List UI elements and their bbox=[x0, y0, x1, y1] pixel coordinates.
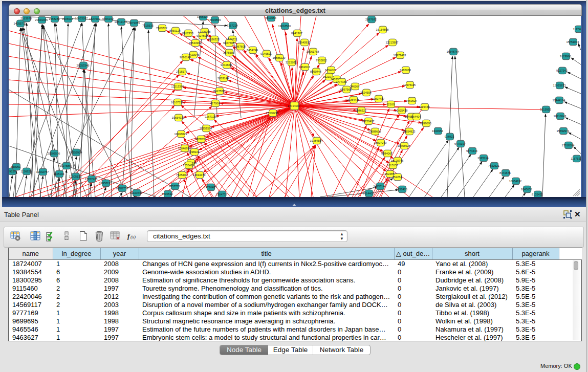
svg-text:938923: 938923 bbox=[445, 135, 454, 138]
svg-text:9084067: 9084067 bbox=[381, 152, 393, 155]
svg-text:1615152: 1615152 bbox=[387, 164, 398, 167]
svg-text:1065327: 1065327 bbox=[197, 16, 208, 18]
svg-text:16210643: 16210643 bbox=[554, 115, 567, 118]
svg-text:12942757: 12942757 bbox=[36, 170, 49, 173]
svg-text:1167531: 1167531 bbox=[571, 157, 581, 160]
svg-text:8427552: 8427552 bbox=[213, 90, 225, 93]
svg-text:9114401: 9114401 bbox=[363, 192, 374, 195]
svg-text:15640910: 15640910 bbox=[298, 41, 311, 44]
svg-text:9327508: 9327508 bbox=[223, 41, 234, 45]
svg-text:17957225: 17957225 bbox=[85, 178, 98, 181]
svg-text:17016504: 17016504 bbox=[562, 144, 575, 147]
svg-text:10958117: 10958117 bbox=[99, 182, 112, 185]
svg-text:12444194: 12444194 bbox=[553, 99, 565, 102]
svg-text:1958281: 1958281 bbox=[49, 17, 60, 20]
svg-text:10719155: 10719155 bbox=[115, 20, 127, 24]
svg-text:2867608: 2867608 bbox=[234, 45, 246, 48]
svg-text:9146821: 9146821 bbox=[260, 52, 272, 55]
svg-text:8186323: 8186323 bbox=[208, 38, 220, 41]
svg-text:7625402: 7625402 bbox=[176, 173, 187, 177]
svg-text:1145194: 1145194 bbox=[53, 172, 64, 176]
svg-text:10654112: 10654112 bbox=[509, 180, 521, 183]
svg-text:(x): (x) bbox=[130, 234, 136, 239]
svg-text:6497568: 6497568 bbox=[340, 88, 352, 91]
svg-text:8912958: 8912958 bbox=[182, 32, 193, 35]
svg-text:9857771: 9857771 bbox=[169, 185, 180, 188]
svg-text:12213389: 12213389 bbox=[171, 85, 184, 88]
svg-text:858061: 858061 bbox=[11, 165, 21, 168]
svg-text:3215953: 3215953 bbox=[540, 108, 551, 111]
svg-text:7955812: 7955812 bbox=[316, 59, 327, 62]
svg-text:16782759: 16782759 bbox=[116, 187, 128, 190]
svg-text:1362615: 1362615 bbox=[299, 65, 310, 69]
svg-text:20691406: 20691406 bbox=[35, 18, 48, 21]
svg-text:3624554: 3624554 bbox=[360, 91, 372, 94]
svg-text:7485063: 7485063 bbox=[400, 69, 411, 72]
svg-text:16543382: 16543382 bbox=[189, 41, 202, 45]
svg-text:1198222: 1198222 bbox=[188, 150, 199, 154]
svg-text:10807487: 10807487 bbox=[372, 97, 385, 100]
svg-text:1640954: 1640954 bbox=[432, 129, 443, 133]
svg-text:9129966: 9129966 bbox=[560, 55, 571, 58]
svg-text:11923445: 11923445 bbox=[130, 191, 142, 194]
svg-text:14914479: 14914479 bbox=[193, 173, 206, 177]
svg-text:9474444: 9474444 bbox=[466, 149, 477, 152]
svg-text:10973493: 10973493 bbox=[394, 54, 406, 57]
svg-text:2803144: 2803144 bbox=[217, 77, 229, 80]
svg-text:19716485: 19716485 bbox=[204, 186, 217, 189]
svg-text:10046766: 10046766 bbox=[178, 147, 191, 150]
svg-text:18807249: 18807249 bbox=[374, 141, 387, 144]
svg-text:90975887: 90975887 bbox=[60, 164, 73, 167]
svg-text:15692971: 15692971 bbox=[557, 129, 570, 133]
svg-text:2935114: 2935114 bbox=[477, 157, 488, 160]
svg-text:417006: 417006 bbox=[210, 102, 220, 105]
svg-text:6794028: 6794028 bbox=[325, 69, 336, 72]
svg-text:19166829: 19166829 bbox=[175, 133, 187, 136]
svg-text:8960124: 8960124 bbox=[169, 29, 181, 32]
svg-text:9227342: 9227342 bbox=[556, 69, 568, 72]
svg-text:12505135: 12505135 bbox=[69, 175, 82, 178]
svg-text:16107553: 16107553 bbox=[171, 101, 184, 104]
svg-text:3875685: 3875685 bbox=[223, 51, 234, 54]
svg-text:6479197: 6479197 bbox=[454, 142, 466, 145]
svg-text:14055712: 14055712 bbox=[14, 22, 27, 25]
svg-text:7515536: 7515536 bbox=[142, 24, 154, 27]
svg-text:9242848: 9242848 bbox=[221, 63, 232, 67]
svg-text:3222031: 3222031 bbox=[286, 61, 297, 64]
svg-text:15751074: 15751074 bbox=[567, 40, 579, 43]
svg-text:1733426: 1733426 bbox=[396, 188, 407, 191]
svg-text:16671355: 16671355 bbox=[127, 21, 140, 25]
svg-text:7632621: 7632621 bbox=[488, 164, 499, 167]
svg-text:1904733: 1904733 bbox=[216, 193, 227, 196]
svg-text:9327503: 9327503 bbox=[197, 34, 208, 37]
svg-text:9605916: 9605916 bbox=[62, 17, 73, 20]
svg-text:16033809: 16033809 bbox=[208, 18, 221, 21]
svg-text:12213987: 12213987 bbox=[386, 41, 399, 44]
svg-text:3267130: 3267130 bbox=[205, 115, 216, 118]
svg-text:8105421: 8105421 bbox=[532, 193, 543, 196]
svg-text:14136141: 14136141 bbox=[374, 185, 386, 188]
svg-text:9777169: 9777169 bbox=[336, 80, 347, 83]
svg-text:62160: 62160 bbox=[386, 103, 395, 106]
svg-text:8813054: 8813054 bbox=[265, 16, 276, 19]
svg-text:2087682: 2087682 bbox=[365, 18, 377, 21]
svg-text:8471676: 8471676 bbox=[499, 171, 511, 174]
svg-text:9463627: 9463627 bbox=[406, 99, 417, 102]
svg-text:19218506: 19218506 bbox=[278, 25, 291, 28]
svg-text:19654923: 19654923 bbox=[403, 130, 416, 133]
svg-text:12975115: 12975115 bbox=[403, 83, 416, 86]
svg-text:8454749: 8454749 bbox=[247, 49, 258, 52]
svg-text:6966162: 6966162 bbox=[102, 17, 114, 20]
svg-text:16648764: 16648764 bbox=[447, 50, 460, 53]
svg-text:7357224: 7357224 bbox=[227, 24, 238, 27]
svg-text:1255413: 1255413 bbox=[183, 164, 194, 167]
svg-text:20053346: 20053346 bbox=[77, 64, 90, 67]
svg-text:16154808: 16154808 bbox=[376, 28, 389, 31]
svg-text:10653267: 10653267 bbox=[75, 17, 88, 20]
svg-text:7986322: 7986322 bbox=[355, 109, 366, 112]
svg-text:10756928: 10756928 bbox=[398, 144, 410, 147]
svg-text:8441907: 8441907 bbox=[291, 32, 302, 35]
svg-text:1527602: 1527602 bbox=[89, 17, 100, 20]
svg-text:18724007: 18724007 bbox=[288, 104, 300, 107]
svg-text:8290512: 8290512 bbox=[162, 192, 173, 195]
